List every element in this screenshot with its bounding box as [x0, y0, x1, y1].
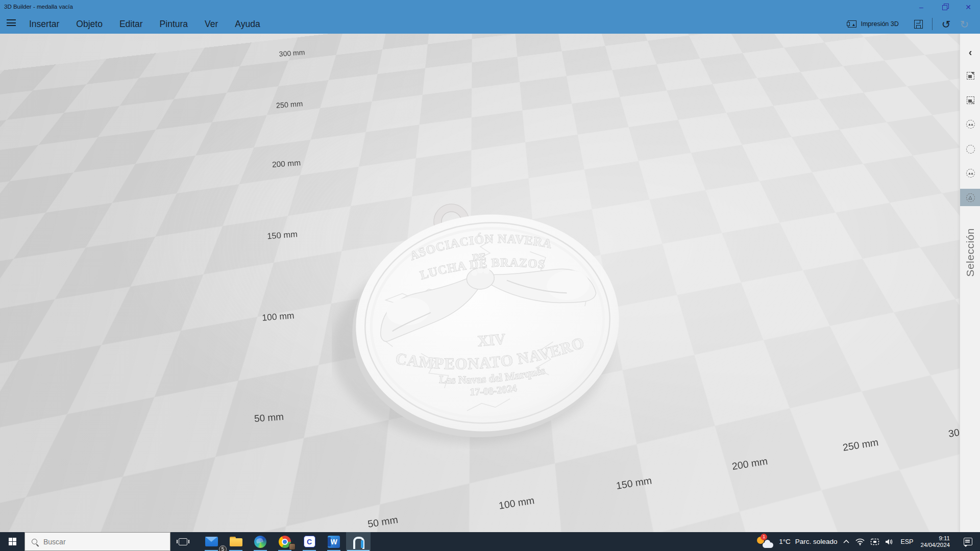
- printer-3d-icon: [848, 20, 856, 28]
- wifi-icon[interactable]: [855, 538, 865, 545]
- menubar: Insertar Objeto Editar Pintura Ver Ayuda…: [0, 14, 980, 34]
- select-remove-button[interactable]: [960, 91, 980, 109]
- save-button[interactable]: [914, 20, 923, 29]
- action-center-button[interactable]: [958, 532, 978, 551]
- restore-button[interactable]: [933, 0, 957, 14]
- chrome-profile-badge: [289, 543, 296, 550]
- minimize-button[interactable]: –: [910, 0, 933, 14]
- taskbar-search[interactable]: [24, 532, 170, 551]
- taskbar-app-mail[interactable]: 5: [199, 532, 224, 551]
- selection-panel-label: Selección: [960, 212, 980, 293]
- menu-objeto[interactable]: Objeto: [76, 19, 103, 30]
- edge-icon: [254, 536, 266, 548]
- taskbar-app-chrome[interactable]: [273, 532, 297, 551]
- taskbar-app-word[interactable]: W: [322, 532, 346, 551]
- speaker-icon[interactable]: [885, 538, 893, 545]
- clipchamp-icon: C: [304, 536, 315, 547]
- titlebar: 3D Builder - medalla vacía – ✕: [0, 0, 980, 14]
- taskbar: 5 C W 1 1°C Parc. soleado: [0, 532, 980, 551]
- tray-clock[interactable]: 9:11 24/04/2024: [920, 535, 952, 548]
- clock-time: 9:11: [939, 535, 950, 541]
- minimize-icon: –: [919, 3, 923, 11]
- taskbar-app-edge[interactable]: [248, 532, 273, 551]
- select-none-icon: [966, 145, 975, 154]
- chevron-left-icon: ‹: [969, 46, 972, 58]
- select-objects-button[interactable]: ▲▲: [960, 115, 980, 133]
- taskbar-app-clipchamp[interactable]: C: [297, 532, 322, 551]
- redo-button: ↻: [960, 19, 969, 30]
- builder-3d-icon: [353, 536, 363, 548]
- medal-text-xiv: XIV: [477, 330, 506, 349]
- select-none-button[interactable]: [960, 140, 980, 158]
- app-chrome: 3D Builder - medalla vacía – ✕ Insertar …: [0, 0, 980, 34]
- select-triangle-icon: △: [966, 193, 975, 202]
- clock-date: 24/04/2024: [920, 542, 950, 548]
- select-triangle-button[interactable]: △: [960, 189, 980, 206]
- medal-model[interactable]: ASOCIACIÓN NAVERA DE LUCHA DE BRAZOS XIV…: [332, 194, 648, 449]
- task-view-icon: [179, 538, 187, 545]
- weather-badge: 1: [761, 534, 767, 540]
- select-remove-icon: [967, 96, 974, 104]
- ruler-label: 100 mm: [262, 310, 295, 323]
- menu-editar[interactable]: Editar: [119, 19, 143, 30]
- weather-widget[interactable]: 1: [756, 536, 773, 548]
- search-input[interactable]: [43, 538, 156, 546]
- start-button[interactable]: [0, 532, 24, 551]
- search-icon: [32, 539, 37, 544]
- select-add-icon: [967, 72, 974, 80]
- select-group-icon: ▲▲: [966, 169, 975, 178]
- undo-button[interactable]: ↺: [942, 19, 951, 30]
- menu-ayuda[interactable]: Ayuda: [235, 19, 260, 30]
- file-explorer-icon: [230, 537, 242, 546]
- mail-icon: [205, 537, 218, 546]
- task-view-button[interactable]: [170, 532, 195, 551]
- action-center-icon: [964, 538, 972, 545]
- taskbar-app-explorer[interactable]: [224, 532, 248, 551]
- panel-collapse-button[interactable]: ‹: [960, 43, 980, 61]
- ruler-label: 50 mm: [254, 411, 284, 424]
- viewport-3d[interactable]: 300 mm 250 mm 200 mm 150 mm 100 mm 50 mm…: [0, 34, 980, 532]
- restore-icon: [942, 5, 948, 10]
- hamburger-menu-icon[interactable]: [7, 19, 16, 27]
- select-objects-icon: ▲▲: [966, 120, 975, 129]
- weather-desc[interactable]: Parc. soleado: [795, 538, 838, 545]
- close-icon: ✕: [965, 3, 971, 11]
- tray-connect-icon[interactable]: [870, 538, 879, 545]
- windows-logo-icon: [9, 538, 16, 545]
- print-3d-button[interactable]: Impresión 3D: [848, 20, 898, 28]
- toolbar-separator: [932, 18, 933, 30]
- cloud-icon: [763, 542, 773, 548]
- weather-temp[interactable]: 1°C: [779, 538, 791, 545]
- tray-chevron-up-icon[interactable]: [843, 539, 850, 544]
- selection-panel: ‹ ▲▲ ▲▲ △ Selección: [960, 34, 980, 532]
- select-add-button[interactable]: [960, 67, 980, 84]
- menu-pintura[interactable]: Pintura: [160, 19, 188, 30]
- taskbar-app-3d-builder[interactable]: [346, 532, 371, 551]
- window-title: 3D Builder - medalla vacía: [4, 4, 73, 10]
- menu-ver[interactable]: Ver: [205, 19, 218, 30]
- select-group-button[interactable]: ▲▲: [960, 164, 980, 182]
- close-button[interactable]: ✕: [957, 0, 980, 14]
- menu-insertar[interactable]: Insertar: [29, 19, 59, 30]
- language-indicator[interactable]: ESP: [899, 538, 915, 545]
- system-tray: 1 1°C Parc. soleado ESP 9:11 24/04/2024: [756, 532, 980, 551]
- word-icon: W: [328, 536, 340, 548]
